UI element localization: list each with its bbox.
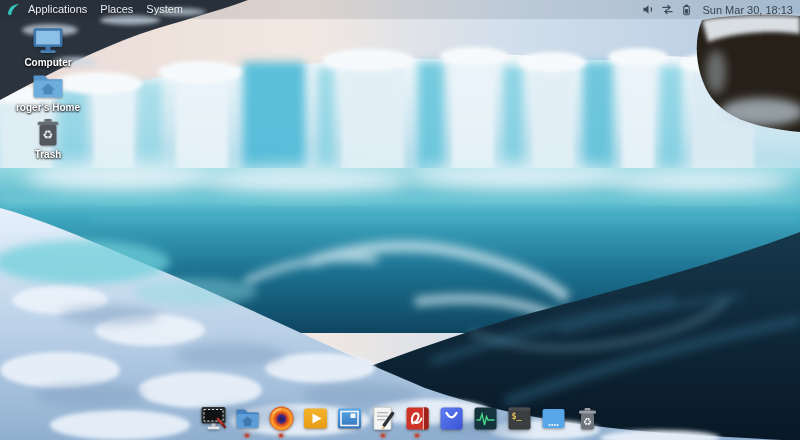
desktop-icon-trash[interactable]: ♻ Trash <box>16 117 80 160</box>
trash-can-icon: ♻ <box>574 405 601 432</box>
clock[interactable]: Sun Mar 30, 18:13 <box>702 4 793 16</box>
dock-item-terminal[interactable]: $_ <box>506 405 533 432</box>
running-indicator <box>415 434 419 437</box>
dock-item-desktop-appearance[interactable] <box>200 405 227 432</box>
menu-places[interactable]: Places <box>100 0 133 19</box>
desktop-icon-label: roger's Home <box>16 102 80 113</box>
dock-item-text-editor[interactable] <box>370 405 397 432</box>
running-indicator <box>245 434 249 437</box>
network-transfer-icon[interactable] <box>661 3 674 16</box>
dock-item-trash[interactable]: ♻ <box>574 405 601 432</box>
desktop-icon-label: Trash <box>35 149 62 160</box>
text-editor-pencil-icon <box>370 405 397 432</box>
dock-item-pdf-reader[interactable] <box>404 405 431 432</box>
running-indicator <box>381 434 385 437</box>
system-tray: Sun Mar 30, 18:13 <box>642 3 793 16</box>
top-panel: Applications Places System Sun Mar 30, 1… <box>0 0 800 19</box>
wallpaper <box>0 0 800 440</box>
distro-logo-icon[interactable] <box>7 3 20 16</box>
image-viewer-icon <box>336 405 363 432</box>
desktop-icons: Computer roger's Home ♻ Trash <box>16 27 80 160</box>
computer-monitor-icon <box>31 27 65 55</box>
desktop-icon-computer[interactable]: Computer <box>16 27 80 68</box>
menu-applications[interactable]: Applications <box>28 0 87 19</box>
system-monitor-waveform-icon <box>472 405 499 432</box>
menu-bar: Applications Places System <box>28 0 183 19</box>
home-folder-icon <box>31 72 65 100</box>
svg-text:♻: ♻ <box>43 128 54 142</box>
dock-item-media-player[interactable] <box>302 405 329 432</box>
svg-text:$_: $_ <box>511 411 522 421</box>
desktop-icon-label: Computer <box>24 57 71 68</box>
terminal-icon: $_ <box>506 405 533 432</box>
running-indicator <box>279 434 283 437</box>
dock-item-system-monitor[interactable] <box>472 405 499 432</box>
svg-text:♻: ♻ <box>583 416 592 427</box>
dock: $_ ♻ <box>0 405 800 432</box>
dock-item-file-manager[interactable] <box>234 405 261 432</box>
dock-item-software-store[interactable] <box>438 405 465 432</box>
dock-item-dock-settings[interactable] <box>540 405 567 432</box>
software-store-bag-icon <box>438 405 465 432</box>
menu-system[interactable]: System <box>146 0 183 19</box>
screen-with-dock-icon <box>540 405 567 432</box>
pdf-reader-icon <box>404 405 431 432</box>
media-player-play-icon <box>302 405 329 432</box>
firefox-icon <box>268 405 295 432</box>
home-folder-icon <box>234 405 261 432</box>
volume-icon[interactable] <box>642 3 655 16</box>
trash-can-icon: ♻ <box>34 117 62 147</box>
dock-item-image-viewer[interactable] <box>336 405 363 432</box>
dock-item-firefox[interactable] <box>268 405 295 432</box>
battery-icon[interactable] <box>680 3 693 16</box>
desktop-icon-home[interactable]: roger's Home <box>16 72 80 113</box>
monitor-paintbrush-icon <box>200 405 227 432</box>
